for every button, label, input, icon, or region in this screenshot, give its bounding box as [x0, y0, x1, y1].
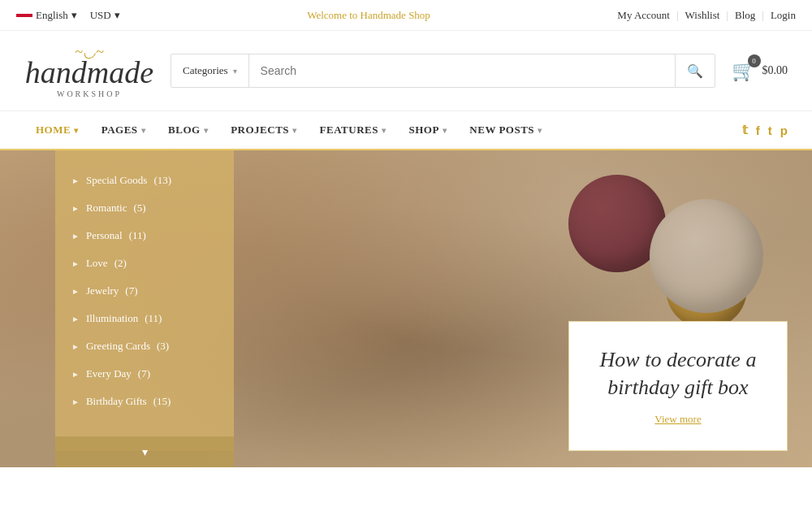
logo-main-text: handmade: [24, 57, 154, 88]
nav-shop[interactable]: SHOP ▾: [397, 111, 458, 150]
sidebar-label-personal: Personal: [86, 229, 123, 242]
hero-card-link[interactable]: View more: [654, 413, 701, 425]
sidebar-count-romantic: (5): [133, 202, 145, 215]
hero-image: ► Special Goods (13) ► Romantic (5) ► Pe…: [0, 150, 812, 467]
sidebar-label-love: Love: [86, 257, 108, 270]
social-icons: 𝕥 f t p: [742, 123, 788, 137]
nav-new-posts[interactable]: NEW POSTS ▾: [458, 111, 553, 150]
nav-pages[interactable]: PAGES ▾: [90, 111, 157, 150]
sidebar-toggle-button[interactable]: ▾: [55, 436, 234, 467]
header: ~◡~ handmade workshop Categories ▾ 🔍 🛒 0…: [0, 31, 812, 111]
login-link[interactable]: Login: [771, 9, 796, 22]
category-label: Categories: [183, 64, 228, 77]
features-arrow-icon: ▾: [382, 126, 387, 135]
nav-blog[interactable]: BLOG ▾: [157, 111, 219, 150]
cart-area[interactable]: 🛒 0 $0.00: [732, 59, 788, 82]
logo-sub-text: workshop: [24, 89, 154, 98]
projects-arrow-icon: ▾: [292, 126, 297, 135]
search-icon: 🔍: [687, 64, 703, 78]
my-account-link[interactable]: My Account: [617, 9, 670, 22]
sidebar-arrow-icon-5: ►: [71, 287, 80, 296]
home-arrow-icon: ▾: [74, 126, 79, 135]
sidebar-item-romantic[interactable]: ► Romantic (5): [55, 194, 234, 222]
hero-card-title: How to decorate a birthday gift box: [590, 346, 767, 401]
sidebar-count-illumination: (11): [145, 312, 162, 325]
sidebar-arrow-icon-8: ►: [71, 370, 80, 379]
sidebar-count-every-day: (7): [138, 367, 150, 380]
sidebar-count-special-goods: (13): [153, 174, 171, 187]
currency-label: USD: [90, 9, 111, 22]
sidebar-arrow-icon-9: ►: [71, 397, 80, 406]
sidebar-item-birthday-gifts[interactable]: ► Birthday Gifts (15): [55, 388, 234, 415]
language-arrow-icon: ▾: [71, 9, 77, 22]
nav-features[interactable]: FEATURES ▾: [309, 111, 398, 150]
language-selector[interactable]: English ▾: [16, 9, 77, 22]
pinterest-icon[interactable]: p: [780, 124, 788, 137]
top-bar-left: English ▾ USD ▾: [16, 9, 120, 22]
cart-price: $0.00: [762, 64, 788, 77]
sidebar-arrow-icon-6: ►: [71, 315, 80, 323]
sidebar-label-greeting-cards: Greeting Cards: [86, 340, 150, 353]
sidebar-item-illumination[interactable]: ► Illumination (11): [55, 305, 234, 332]
currency-arrow-icon: ▾: [114, 9, 120, 22]
sidebar-arrow-icon: ►: [71, 176, 80, 185]
sidebar-arrow-icon-4: ►: [71, 259, 80, 268]
wishlist-link[interactable]: Wishlist: [685, 9, 720, 22]
category-arrow-icon: ▾: [233, 67, 237, 76]
hero-card: How to decorate a birthday gift box View…: [568, 321, 788, 451]
sidebar-item-love[interactable]: ► Love (2): [55, 249, 234, 277]
search-bar: Categories ▾ 🔍: [171, 54, 715, 88]
top-bar-links: My Account | Wishlist | Blog | Login: [617, 9, 796, 22]
language-label: English: [36, 9, 68, 22]
facebook-icon[interactable]: f: [756, 124, 760, 137]
top-bar: English ▾ USD ▾ Welcome to Handmade Shop…: [0, 0, 812, 31]
main-content: ► Special Goods (13) ► Romantic (5) ► Pe…: [0, 150, 812, 467]
sidebar-item-personal[interactable]: ► Personal (11): [55, 222, 234, 249]
sidebar-item-every-day[interactable]: ► Every Day (7): [55, 360, 234, 388]
sidebar-label-illumination: Illumination: [86, 312, 138, 325]
sidebar-count-jewelry: (7): [125, 284, 137, 297]
sidebar-toggle-icon: ▾: [142, 445, 148, 459]
logo[interactable]: ~◡~ handmade workshop: [24, 43, 154, 98]
sidebar-count-greeting-cards: (3): [157, 340, 169, 353]
search-category-dropdown[interactable]: Categories ▾: [171, 54, 249, 87]
pages-arrow-icon: ▾: [141, 126, 146, 135]
cart-icon-wrap: 🛒 0: [732, 59, 756, 82]
sidebar-item-special-goods[interactable]: ► Special Goods (13): [55, 167, 234, 194]
sidebar-item-jewelry[interactable]: ► Jewelry (7): [55, 277, 234, 305]
nav-home[interactable]: HOME ▾: [24, 111, 90, 150]
tumblr-icon[interactable]: t: [768, 124, 772, 137]
uk-flag-icon: [16, 10, 32, 21]
blog-link[interactable]: Blog: [735, 9, 755, 22]
sidebar-label-special-goods: Special Goods: [86, 174, 147, 187]
sidebar-arrow-icon-7: ►: [71, 342, 80, 351]
search-button[interactable]: 🔍: [675, 54, 715, 87]
currency-selector[interactable]: USD ▾: [90, 9, 120, 22]
sidebar-count-birthday-gifts: (15): [153, 395, 171, 408]
shop-arrow-icon: ▾: [443, 126, 447, 135]
sidebar-count-personal: (11): [129, 229, 146, 242]
category-sidebar: ► Special Goods (13) ► Romantic (5) ► Pe…: [55, 150, 234, 451]
search-input[interactable]: [249, 54, 675, 87]
sidebar-label-romantic: Romantic: [86, 202, 127, 215]
sidebar-label-birthday-gifts: Birthday Gifts: [86, 395, 147, 408]
blog-arrow-icon: ▾: [204, 126, 209, 135]
sidebar-label-jewelry: Jewelry: [86, 284, 119, 297]
sidebar-label-every-day: Every Day: [86, 367, 132, 380]
cart-badge: 0: [748, 54, 761, 67]
welcome-message: Welcome to Handmade Shop: [307, 9, 430, 22]
sidebar-item-greeting-cards[interactable]: ► Greeting Cards (3): [55, 332, 234, 360]
sidebar-count-love: (2): [114, 257, 127, 270]
nav-projects[interactable]: PROJECTS ▾: [219, 111, 308, 150]
twitter-icon[interactable]: 𝕥: [742, 123, 748, 137]
sidebar-arrow-icon-2: ►: [71, 204, 80, 213]
sidebar-arrow-icon-3: ►: [71, 232, 80, 241]
main-nav: HOME ▾ PAGES ▾ BLOG ▾ PROJECTS ▾ FEATURE…: [0, 111, 812, 150]
new-posts-arrow-icon: ▾: [538, 126, 542, 135]
